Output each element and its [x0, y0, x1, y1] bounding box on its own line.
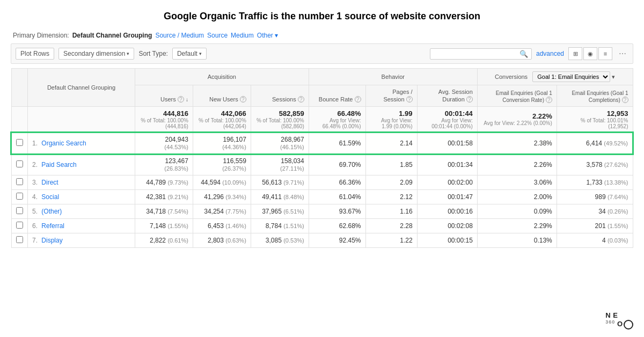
- row-new-users: 116,559 (26.37%): [193, 154, 251, 175]
- totals-checkbox-cell: [11, 106, 28, 133]
- row-sessions: 158,034 (27.11%): [251, 154, 309, 175]
- row-checkbox[interactable]: [16, 178, 23, 185]
- sort-type-button[interactable]: Default ▾: [172, 48, 207, 60]
- completions-pct: (7.64%): [608, 194, 628, 200]
- row-conv-rate: 2.00%: [477, 189, 557, 204]
- users-sort-icon[interactable]: ↓: [186, 97, 188, 102]
- row-channel: 5. (Other): [28, 204, 135, 218]
- sessions-pct: (9.71%): [283, 179, 304, 186]
- row-completions: 1,733 (13.38%): [557, 175, 633, 189]
- row-checkbox[interactable]: [16, 236, 23, 243]
- row-bounce-rate: 62.68%: [309, 218, 365, 233]
- row-users: 7,148 (1.55%): [135, 218, 193, 233]
- new-users-pct: (0.63%): [225, 237, 246, 244]
- row-number: 6.: [32, 222, 38, 230]
- channel-link[interactable]: Direct: [41, 179, 58, 186]
- row-conv-rate: 2.29%: [477, 218, 557, 233]
- toolbar: Plot Rows Secondary dimension ▾ Sort Typ…: [11, 43, 633, 64]
- users-pct: (9.21%): [167, 194, 188, 200]
- table-row: 4. Social 42,381 (9.21%)41,296 (9.34%)49…: [11, 189, 633, 204]
- row-users: 2,822 (0.61%): [135, 233, 193, 247]
- row-sessions: 49,411 (8.48%): [251, 189, 309, 204]
- row-avg-session: 00:01:58: [417, 133, 477, 154]
- secondary-dimension-button[interactable]: Secondary dimension ▾: [58, 48, 134, 60]
- source-medium-link[interactable]: Source / Medium: [155, 32, 204, 39]
- users-header: Users ? ↓: [135, 85, 193, 107]
- row-number: 5.: [32, 208, 38, 215]
- row-conv-rate: 2.26%: [477, 154, 557, 175]
- other-link[interactable]: Other ▾: [257, 32, 278, 39]
- neo-logo: N E 360 O: [605, 311, 633, 329]
- table-row: 5. (Other) 34,718 (7.54%)34,254 (7.75%)3…: [11, 204, 633, 218]
- row-checkbox[interactable]: [16, 139, 23, 146]
- advanced-link[interactable]: advanced: [536, 50, 564, 57]
- row-checkbox[interactable]: [16, 193, 23, 200]
- row-new-users: 6,453 (1.46%): [193, 218, 251, 233]
- channel-link[interactable]: Organic Search: [41, 140, 86, 147]
- new-users-pct: (44.36%): [222, 144, 246, 150]
- row-avg-session: 00:02:00: [417, 175, 477, 189]
- row-number: 7.: [32, 237, 38, 244]
- new-users-header: New Users ?: [193, 85, 251, 107]
- new-users-pct: (1.46%): [225, 223, 246, 229]
- completions-pct: (27.62%): [604, 162, 628, 168]
- channel-link[interactable]: Social: [41, 193, 59, 201]
- row-avg-session: 00:02:08: [417, 218, 477, 233]
- row-sessions: 37,965 (6.51%): [251, 204, 309, 218]
- row-pages-session: 2.12: [365, 189, 417, 204]
- row-pages-session: 1.85: [365, 154, 417, 175]
- row-avg-session: 00:00:16: [417, 204, 477, 218]
- more-button[interactable]: ⋯: [617, 49, 628, 58]
- row-number: 1.: [32, 140, 38, 147]
- table-row: 7. Display 2,822 (0.61%)2,803 (0.63%)3,0…: [11, 233, 633, 247]
- sessions-pct: (6.51%): [283, 208, 304, 215]
- list-view-button[interactable]: ≡: [598, 47, 612, 60]
- plot-rows-button[interactable]: Plot Rows: [16, 48, 54, 60]
- row-new-users: 41,296 (9.34%): [193, 189, 251, 204]
- channel-link[interactable]: Paid Search: [41, 161, 76, 169]
- channel-link[interactable]: Referral: [41, 222, 64, 230]
- row-checkbox[interactable]: [16, 160, 23, 167]
- checkbox-header: [11, 69, 28, 107]
- source-link[interactable]: Source: [207, 32, 228, 39]
- row-pages-session: 2.14: [365, 133, 417, 154]
- row-checkbox-cell: [11, 154, 28, 175]
- totals-conv-rate: 2.22% Avg for View: 2.22% (0.00%): [477, 106, 557, 133]
- totals-new-users: 442,066 % of Total: 100.00% (442,064): [193, 106, 251, 133]
- new-users-pct: (7.75%): [225, 208, 246, 215]
- row-completions: 3,578 (27.62%): [557, 154, 633, 175]
- search-input[interactable]: [434, 50, 519, 57]
- goal-select[interactable]: Goal 1: Email Enquiries: [532, 71, 610, 82]
- row-bounce-rate: 61.04%: [309, 189, 365, 204]
- completions-header: Email Enquiries (Goal 1 Completions) ?: [557, 85, 633, 107]
- sessions-pct: (46.15%): [280, 144, 304, 150]
- grid-view-button[interactable]: ⊞: [568, 47, 582, 60]
- row-completions: 4 (0.03%): [557, 233, 633, 247]
- channel-link[interactable]: (Other): [41, 208, 62, 215]
- row-checkbox[interactable]: [16, 222, 23, 229]
- pages-session-help-icon: ?: [406, 96, 413, 102]
- medium-link[interactable]: Medium: [231, 32, 254, 39]
- row-checkbox-cell: [11, 233, 28, 247]
- row-conv-rate: 0.13%: [477, 233, 557, 247]
- users-pct: (9.73%): [167, 179, 188, 186]
- conversions-header: Conversions Goal 1: Email Enquiries ▾: [477, 69, 633, 85]
- row-channel: 2. Paid Search: [28, 154, 135, 175]
- row-completions: 6,414 (49.52%): [557, 133, 633, 154]
- row-checkbox-cell: [11, 204, 28, 218]
- table-row: 6. Referral 7,148 (1.55%)6,453 (1.46%)8,…: [11, 218, 633, 233]
- neo-circle: [624, 320, 633, 329]
- sessions-pct: (8.48%): [283, 194, 304, 200]
- row-sessions: 3,085 (0.53%): [251, 233, 309, 247]
- new-users-pct: (10.09%): [222, 179, 246, 186]
- sessions-help-icon: ?: [298, 96, 304, 102]
- row-sessions: 8,784 (1.51%): [251, 218, 309, 233]
- neo-360-label: 360: [605, 319, 615, 325]
- pie-view-button[interactable]: ◉: [583, 47, 597, 60]
- channel-link[interactable]: Display: [41, 237, 62, 244]
- row-checkbox[interactable]: [16, 207, 23, 214]
- users-pct: (44.53%): [164, 144, 188, 150]
- row-bounce-rate: 69.70%: [309, 154, 365, 175]
- users-pct: (1.55%): [167, 223, 188, 229]
- avg-session-help-icon: ?: [466, 96, 473, 102]
